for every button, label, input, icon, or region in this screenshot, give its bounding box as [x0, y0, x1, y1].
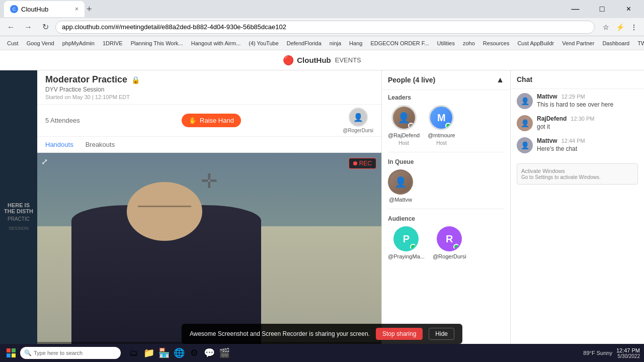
bookmark-goog[interactable]: Goog Vend: [24, 39, 57, 47]
extensions-icon[interactable]: ⚡: [614, 21, 626, 33]
meeting-meta: Started on May 30 | 12:10PM EDT: [45, 94, 373, 100]
chat-message-text: This is hard to see over here: [537, 101, 638, 108]
presenter-avatar: 👤 @RogerDursi: [343, 108, 373, 133]
bookmark-ninja[interactable]: ninja: [327, 39, 344, 47]
tab-close-btn[interactable]: ×: [75, 6, 78, 13]
center-area: Moderator Practice 🔒 DYV Practice Sessio…: [37, 70, 381, 362]
leaders-section: Leaders 👤 @RajDefend Host M: [382, 90, 510, 150]
presenter-circle: 👤: [349, 108, 368, 127]
bookmark-cust[interactable]: Cust: [4, 39, 22, 47]
queue-title: In Queue: [388, 158, 504, 165]
person-avatar-rogerdursi[interactable]: R: [437, 226, 462, 251]
nav-bar: ← → ↻ ☆ ⚡ ⋮: [0, 18, 644, 36]
close-btn[interactable]: ×: [617, 0, 640, 18]
taskbar-app-chrome[interactable]: ⚙: [187, 346, 201, 360]
list-item: P @PrayingMa...: [388, 226, 425, 259]
section-divider: [388, 209, 504, 209]
chat-message-content: RajDefend 12:30 PM got it: [537, 115, 638, 131]
search-placeholder: Type here to search: [34, 350, 83, 356]
taskbar: 🔍 Type here to search 🗂 📁 🏪 🌐 ⚙ 💬 🎬 89°F…: [0, 344, 644, 362]
minimize-btn[interactable]: —: [564, 0, 587, 18]
chat-message: 👤 Mattvw 12:29 PM This is hard to see ov…: [517, 93, 638, 109]
taskbar-app-video[interactable]: 🎬: [217, 346, 231, 360]
chat-avatar-rajdefend: 👤: [517, 115, 533, 131]
tab-handouts[interactable]: Handouts: [45, 139, 73, 150]
forward-btn[interactable]: →: [21, 20, 35, 34]
bookmark-custapp[interactable]: Cust AppBuildr: [514, 39, 557, 47]
hide-notification-button[interactable]: Hide: [429, 328, 454, 340]
bookmark-edgecon[interactable]: EDGECON ORDER F...: [367, 39, 432, 47]
chat-header: Chat: [511, 70, 644, 89]
person-avatar-mtmoure[interactable]: M: [429, 105, 454, 130]
queue-list: 👤 @Mattvw: [388, 169, 504, 203]
chat-sender-name: Mattvw: [537, 93, 557, 100]
chat-panel: Chat 👤 Mattvw 12:29 PM This is hard to s…: [510, 70, 644, 362]
attendees-count: 5 Attendees: [45, 117, 80, 124]
svg-rect-2: [7, 353, 11, 357]
bookmark-hang[interactable]: Hang: [346, 39, 365, 47]
reload-btn[interactable]: ↻: [38, 20, 52, 34]
chat-avatar-mattvw2: 👤: [517, 137, 533, 153]
logo-text: CloutHub: [297, 56, 331, 64]
chat-meta: Mattvw 12:29 PM: [537, 93, 638, 100]
app-logo: 🔴 CloutHub EVENTS: [283, 55, 361, 66]
person-role: Host: [436, 140, 447, 146]
queue-section: In Queue 👤 @Mattvw: [382, 154, 510, 207]
bookmark-planning[interactable]: Planning This Work...: [128, 39, 186, 47]
person-avatar-mattvw[interactable]: 👤: [388, 169, 413, 195]
taskbar-app-store[interactable]: 🏪: [157, 346, 171, 360]
rec-badge: REC: [349, 158, 376, 169]
person-role: Host: [398, 140, 409, 146]
new-tab-btn[interactable]: +: [87, 4, 92, 15]
online-dot: [408, 123, 414, 129]
bookmark-vend[interactable]: Vend Partner: [559, 39, 597, 47]
chat-message-content: Mattvw 12:44 PM Here's the chat: [537, 137, 638, 153]
taskbar-search[interactable]: 🔍 Type here to search: [20, 347, 121, 359]
person-avatar-rajdefend[interactable]: 👤: [391, 105, 417, 130]
person-avatar-prayingma[interactable]: P: [393, 226, 419, 251]
people-collapse-icon[interactable]: ▲: [496, 75, 504, 84]
svg-rect-3: [12, 353, 16, 357]
start-button[interactable]: [4, 346, 18, 360]
chat-messages: 👤 Mattvw 12:29 PM This is hard to see ov…: [511, 89, 644, 344]
online-dot: [453, 244, 459, 250]
chat-message: 👤 Mattvw 12:44 PM Here's the chat: [517, 137, 638, 153]
bookmark-dashboard[interactable]: Dashboard: [599, 39, 632, 47]
tab-favicon: C: [10, 5, 18, 13]
raise-hand-icon: ✋: [189, 117, 197, 124]
back-btn[interactable]: ←: [4, 20, 18, 34]
chat-sender-name: Mattvw: [537, 137, 557, 144]
bookmark-defend[interactable]: DefendFlorida: [284, 39, 325, 47]
presenter-name: @RogerDursi: [343, 128, 373, 133]
avatar-letter: M: [437, 112, 446, 124]
address-bar[interactable]: [55, 21, 595, 34]
bookmark-star-icon[interactable]: ☆: [600, 21, 612, 33]
taskbar-app-chat[interactable]: 💬: [202, 346, 216, 360]
expand-button[interactable]: ⤢: [41, 157, 48, 166]
action-bar: 5 Attendees ✋ Raise Hand 👤 @RogerDursi: [37, 105, 381, 137]
bookmark-zoho[interactable]: zoho: [460, 39, 478, 47]
bookmark-youtube[interactable]: (4) YouTube: [246, 39, 282, 47]
app-header: 🔴 CloutHub EVENTS: [0, 50, 644, 70]
bookmark-hangout[interactable]: Hangout with Airm...: [188, 39, 244, 47]
bookmark-1drive[interactable]: 1DRIVE: [100, 39, 126, 47]
taskbar-app-mail[interactable]: 📁: [142, 346, 156, 360]
chat-message-text: got it: [537, 123, 638, 130]
bookmark-tw[interactable]: TW: [634, 39, 644, 47]
people-header-title: People (4 live): [388, 76, 435, 84]
raise-hand-button[interactable]: ✋ Raise Hand: [182, 114, 241, 127]
bookmark-utilities[interactable]: Utilities: [434, 39, 458, 47]
menu-icon[interactable]: ⋮: [628, 21, 640, 33]
stop-sharing-button[interactable]: Stop sharing: [376, 328, 423, 340]
bookmark-phpmyadmin[interactable]: phpMyAdmin: [59, 39, 98, 47]
list-item: 👤 @RajDefend Host: [388, 105, 420, 146]
maximize-btn[interactable]: □: [591, 0, 613, 18]
taskbar-app-explorer[interactable]: 🗂: [127, 346, 141, 360]
svg-rect-1: [12, 348, 16, 352]
tab-breakouts[interactable]: Breakouts: [86, 139, 115, 150]
active-tab[interactable]: C CloutHub ×: [4, 1, 85, 17]
taskbar-time: 12:47 PM 5/30/2022: [616, 347, 640, 359]
taskbar-app-edge[interactable]: 🌐: [172, 346, 186, 360]
bookmark-resources[interactable]: Resources: [480, 39, 513, 47]
logo-icon: 🔴: [283, 55, 294, 66]
